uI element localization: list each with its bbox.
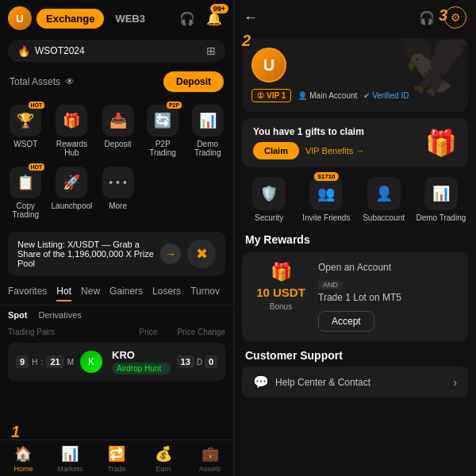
settings-button[interactable]: ⚙ — [444, 6, 466, 29]
nav-item-assets[interactable]: 💼 Assets — [186, 445, 233, 473]
account-label: Main Account — [309, 91, 357, 100]
launchpool-icon-box: 🚀 — [56, 167, 87, 198]
headphone-icon[interactable]: 🎧 — [176, 7, 198, 29]
vip-benefits-link[interactable]: VIP Benefits → — [305, 146, 364, 155]
icon-item-more[interactable]: • • • More — [97, 163, 139, 222]
rewards-hub-icon-box: 🎁 — [56, 105, 87, 136]
copy-trading-icon-box: 📋 HOT — [10, 167, 41, 198]
tab-turnover[interactable]: Turnov — [190, 286, 220, 301]
wsot-label: WSOT — [13, 140, 37, 148]
icon-item-p2p[interactable]: 🔄 P2P P2P Trading — [142, 102, 184, 160]
accept-button[interactable]: Accept — [318, 311, 374, 332]
deposit-icon-box: 📥 — [102, 105, 134, 136]
nav-item-home[interactable]: 🏠 Home — [0, 445, 47, 473]
tab-gainers[interactable]: Gainers — [109, 286, 143, 301]
total-assets-label: Total Assets 👁 — [10, 76, 75, 87]
subtab-derivatives[interactable]: Derivatives — [38, 310, 81, 320]
nav-item-trade[interactable]: 🔁 Trade — [94, 445, 140, 473]
more-label: More — [109, 202, 127, 210]
and-badge: AND — [318, 280, 343, 290]
expand-icon[interactable]: ⊞ — [206, 44, 216, 57]
profile-avatar: U — [251, 48, 286, 83]
tab-hot[interactable]: Hot — [56, 286, 71, 301]
reward-icon: 🎁 — [271, 262, 292, 282]
annotation-3: 3 — [439, 6, 447, 25]
tab-favorites[interactable]: Favorites — [8, 286, 47, 301]
airdrop-row[interactable]: 9 H : 21 M K KRO Airdrop Hunt 13 D 0 — [8, 343, 225, 381]
p2p-label: P2P Trading — [144, 140, 182, 157]
kro-logo: K — [80, 351, 102, 373]
qa-subaccount[interactable]: 👤 Subaccount — [357, 177, 411, 222]
subaccount-icon-box: 👤 — [367, 177, 401, 210]
tab-web3[interactable]: WEB3 — [106, 9, 155, 29]
bell-icon[interactable]: 🔔 99+ — [203, 7, 225, 29]
nav-tabs: Exchange WEB3 — [36, 9, 155, 29]
new-listing-banner[interactable]: New Listing: X/USDT — Grab a Share of th… — [8, 232, 225, 276]
claim-button[interactable]: Claim — [253, 142, 299, 159]
search-input[interactable] — [35, 45, 202, 56]
headphone-right-icon[interactable]: 🎧 — [416, 6, 438, 29]
deposit-button[interactable]: Deposit — [163, 71, 224, 92]
demo-trading-icon-box: 📊 — [424, 177, 458, 210]
gifts-card: You have 1 gifts to claim Claim VIP Bene… — [242, 118, 468, 167]
hours-display: 9 — [16, 355, 29, 368]
search-icon: 🔥 — [17, 45, 30, 57]
p2p-icon-box: 🔄 P2P — [147, 105, 178, 136]
assets-icon: 💼 — [202, 445, 219, 463]
icon-item-launchpool[interactable]: 🚀 Launchpool — [50, 163, 94, 222]
assets-label: Assets — [199, 465, 221, 473]
demo-label: Demo Trading — [188, 140, 227, 157]
eye-icon[interactable]: 👁 — [65, 76, 75, 87]
icon-item-wsot[interactable]: 🏆 HOT WSOT — [5, 102, 47, 160]
chevron-right-icon: › — [453, 376, 457, 389]
launchpool-label: Launchpool — [52, 202, 93, 210]
kro-info: KRO Airdrop Hunt — [112, 349, 171, 374]
eagle-bg: 🦅 — [397, 38, 468, 109]
my-rewards-title: My Rewards — [234, 228, 476, 249]
bottom-nav: 🏠 Home 📊 Markets 🔁 Trade 💰 Earn 💼 Assets — [0, 440, 233, 476]
minutes-label: M — [67, 358, 74, 367]
table-header: Trading Pairs Price Price Change — [0, 324, 233, 340]
qa-invite-friends[interactable]: 👥 $1710 Invite Friends — [299, 177, 353, 222]
back-button[interactable]: ← — [244, 10, 258, 26]
icon-item-deposit[interactable]: 📥 Deposit — [97, 102, 139, 160]
invite-friends-icon: 👥 — [317, 185, 335, 202]
nav-item-earn[interactable]: 💰 Earn — [140, 445, 186, 473]
tab-exchange[interactable]: Exchange — [36, 9, 104, 29]
avatar[interactable]: U — [8, 6, 32, 30]
support-item-help[interactable]: 💬 Help Center & Contact › — [242, 367, 468, 397]
trade-label: Trade — [107, 465, 125, 473]
reward-task-2: Trade 1 Lot on MT5 — [318, 292, 457, 303]
earn-label: Earn — [155, 465, 171, 473]
deposit-label: Deposit — [105, 140, 132, 148]
banner-arrow-icon[interactable]: → — [160, 244, 181, 264]
icon-item-copy-trading[interactable]: 📋 HOT Copy Trading — [5, 163, 47, 222]
qa-demo-trading[interactable]: 📊 Demo Trading — [414, 177, 468, 222]
subtab-spot[interactable]: Spot — [8, 310, 27, 320]
demo-trading-label: Demo Trading — [416, 213, 466, 222]
home-icon: 🏠 — [14, 445, 32, 463]
qa-security[interactable]: 🛡️ Security — [242, 177, 296, 222]
security-label: Security — [255, 213, 283, 222]
profile-header: 🦅 U ① VIP 1 👤 Main Account ✔ Verified ID — [242, 38, 468, 112]
gifts-title: You have 1 gifts to claim — [253, 126, 417, 137]
icon-item-demo[interactable]: 📊 Demo Trading — [186, 102, 228, 160]
icon-grid: 🏆 HOT WSOT 🎁 Rewards Hub 📥 Deposit 🔄 P2P — [0, 98, 233, 228]
subaccount-icon: 👤 — [375, 185, 393, 202]
nav-item-markets[interactable]: 📊 Markets — [47, 445, 94, 473]
search-bar: 🔥 ⊞ — [8, 40, 225, 62]
tab-new[interactable]: New — [81, 286, 100, 301]
banner-logo: ✖ — [187, 240, 216, 268]
reward-amount-block: 🎁 10 USDT Bonus — [253, 262, 309, 311]
icon-item-rewards-hub[interactable]: 🎁 Rewards Hub — [50, 102, 94, 160]
countdown-timer: 9 H : 21 M — [16, 355, 74, 368]
rewards-hub-icon: 🎁 — [63, 112, 80, 129]
hot-badge: HOT — [29, 102, 45, 109]
tab-losers[interactable]: Losers — [152, 286, 181, 301]
hours-label: H — [32, 358, 37, 367]
earn-icon: 💰 — [155, 445, 172, 463]
gift-icon: 🎁 — [425, 128, 457, 158]
notification-badge: 99+ — [210, 4, 228, 13]
customer-support-title: Customer Support — [234, 344, 476, 365]
demo-icon: 📊 — [199, 112, 217, 129]
